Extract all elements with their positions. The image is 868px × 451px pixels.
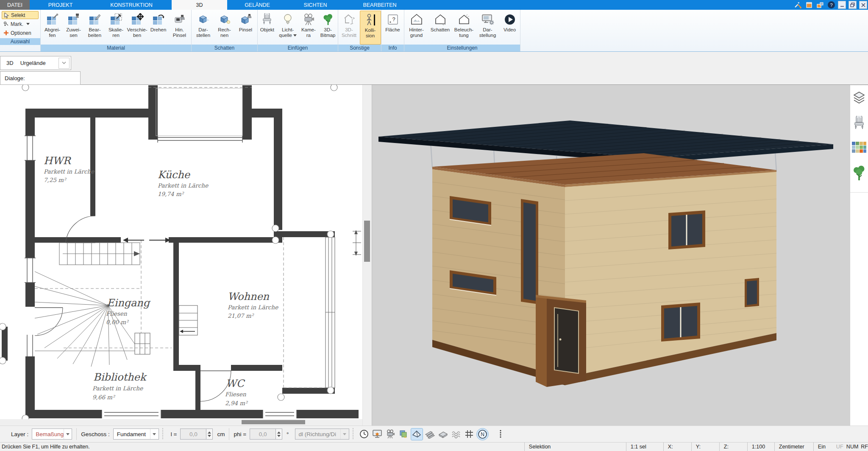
- hin-pinsel-button[interactable]: Hin.Pinsel: [169, 11, 190, 45]
- objekt-button[interactable]: Objekt: [258, 11, 277, 45]
- restore-button[interactable]: [849, 1, 857, 9]
- time-icon[interactable]: [359, 429, 370, 440]
- mark-button[interactable]: Mark.: [2, 20, 39, 28]
- chevron-down-icon[interactable]: [64, 429, 72, 439]
- help-icon[interactable]: ?: [827, 1, 835, 9]
- schatten-rechnen-button[interactable]: Rech-nen: [214, 11, 235, 45]
- tab-bearbeiten[interactable]: BEARBEITEN: [343, 0, 416, 10]
- ribbon-group-auswahl: Selekt Mark. Optionen Auswahl: [0, 10, 41, 51]
- materials-palette-icon[interactable]: [851, 141, 867, 156]
- phi-stepper[interactable]: [276, 429, 282, 440]
- grid-toggle[interactable]: [464, 429, 475, 440]
- tab-3d[interactable]: 3D: [172, 0, 227, 10]
- lichtquelle-button[interactable]: Licht-quelle: [277, 11, 299, 45]
- group-band-auswahl: Auswahl: [0, 38, 40, 45]
- bitmap3d-button[interactable]: 3D-Bitmap: [318, 11, 338, 45]
- kamera-button[interactable]: Kame-ra: [299, 11, 318, 45]
- chevron-down-icon[interactable]: [340, 429, 349, 439]
- status-z: Z:: [719, 443, 747, 451]
- schatten-darstellen-button[interactable]: Dar-stellen: [193, 11, 214, 45]
- schatten-einstellung-button[interactable]: Schatten: [428, 11, 452, 45]
- camera-path-icon[interactable]: [385, 429, 396, 440]
- tab-konstruktion[interactable]: KONSTRUKTION: [91, 0, 172, 10]
- insulation-display-toggle[interactable]: [451, 429, 462, 440]
- schnitt3d-button[interactable]: 3D-Schnitt: [339, 11, 360, 45]
- status-selection-scale: 1:1 sel: [626, 443, 663, 451]
- hintergrund-button[interactable]: Hinter-grund: [405, 11, 428, 45]
- tools-icon[interactable]: [794, 1, 802, 9]
- room-area: 2,94 m²: [225, 400, 248, 406]
- view-bar: 3D Urgelände: [0, 52, 868, 70]
- optionen-label: Optionen: [11, 30, 31, 36]
- svg-text:N: N: [481, 431, 484, 437]
- phi-label: phi =: [234, 431, 246, 437]
- plants-tree-icon[interactable]: [853, 165, 865, 183]
- tab-gelaende[interactable]: GELÄNDE: [227, 0, 287, 10]
- chevron-down-icon[interactable]: [150, 429, 159, 439]
- floorplan-horizontal-scrollbar[interactable]: [0, 419, 362, 426]
- selekt-button[interactable]: Selekt: [2, 11, 39, 19]
- vscroll-thumb[interactable]: [364, 221, 370, 262]
- room-material: Parkett in Lärche: [228, 304, 278, 311]
- render-monitor-icon[interactable]: [372, 429, 383, 440]
- room-area: 7,25 m²: [44, 176, 67, 183]
- north-compass-toggle[interactable]: N: [477, 429, 488, 440]
- toolbar-drag-handle[interactable]: [495, 429, 506, 440]
- group-band-info: Info: [381, 45, 404, 51]
- length-input[interactable]: 0,0: [180, 429, 206, 440]
- floorplan-2d-view[interactable]: HWR Parkett in Lärche 7,25 m² Küche Park…: [0, 85, 362, 419]
- room-area: 0,00 m²: [106, 319, 129, 325]
- video-button[interactable]: Video: [500, 11, 520, 45]
- kollision-button[interactable]: Kolli-sion: [360, 11, 381, 45]
- flaeche-button[interactable]: ? Fläche: [382, 11, 403, 45]
- status-x: X:: [663, 443, 691, 451]
- package-icon[interactable]: [805, 1, 813, 9]
- room-material: Parkett in Lärche: [44, 168, 95, 175]
- phi-input[interactable]: 0,0: [250, 429, 276, 440]
- shadow-display-icon: [197, 12, 210, 27]
- render-3d-view[interactable]: [372, 85, 850, 426]
- tab-datei[interactable]: DATEI: [0, 0, 30, 10]
- schatten-pinsel-button[interactable]: Pinsel: [235, 11, 256, 45]
- view-dropdown-button[interactable]: [58, 58, 70, 69]
- verschieben-button[interactable]: Verschie-ben: [127, 11, 148, 45]
- geschoss-combo[interactable]: Fundament: [113, 429, 159, 440]
- slab-display-toggle[interactable]: [437, 429, 449, 440]
- beams-display-toggle[interactable]: [424, 429, 436, 440]
- package-export-icon[interactable]: [816, 1, 824, 9]
- zuweisen-button[interactable]: Zuwei-sen: [63, 11, 84, 45]
- layers-icon[interactable]: [852, 90, 866, 106]
- view-selector[interactable]: 3D Urgelände: [0, 56, 71, 70]
- layer-stack-icon[interactable]: [398, 429, 409, 440]
- darstellung-button[interactable]: Dar-stellung: [476, 11, 500, 45]
- room-area: 21,07 m²: [228, 312, 254, 319]
- length-label: l =: [171, 431, 177, 437]
- optionen-button[interactable]: Optionen: [2, 29, 39, 37]
- tab-projekt[interactable]: PROJEKT: [30, 0, 91, 10]
- assign-material-icon: [67, 12, 80, 27]
- lasso-icon: [3, 21, 9, 27]
- dialoge-label: Dialoge:: [0, 71, 81, 85]
- roof-display-toggle[interactable]: [411, 429, 423, 440]
- direction-combo[interactable]: dl (Richtung/Di: [295, 429, 349, 440]
- length-stepper[interactable]: [206, 429, 213, 440]
- room-area: 9,66 m²: [92, 394, 115, 401]
- status-uf: UF: [832, 443, 845, 451]
- layer-combo[interactable]: Bemaßung: [32, 429, 72, 440]
- bearbeiten-button[interactable]: Bear-beiten: [84, 11, 106, 45]
- objects-chair-icon[interactable]: [852, 116, 866, 132]
- brush-stamp-icon: [173, 12, 186, 27]
- close-button[interactable]: [859, 1, 867, 9]
- section-3d-icon: [343, 12, 356, 27]
- move-material-icon: [131, 12, 144, 27]
- floorplan-vertical-scrollbar[interactable]: [362, 85, 372, 426]
- view-mode-label: 3D: [6, 60, 14, 66]
- beleuchtung-button[interactable]: Beleuch-tung: [452, 11, 476, 45]
- abgreifen-button[interactable]: Abgrei-fen: [42, 11, 63, 45]
- drehen-button[interactable]: Drehen: [148, 11, 169, 45]
- skalieren-button[interactable]: Skalie-ren: [106, 11, 127, 45]
- layer-label: Layer :: [11, 431, 28, 437]
- tab-sichten[interactable]: SICHTEN: [287, 0, 343, 10]
- minimize-button[interactable]: [838, 1, 846, 9]
- hscroll-thumb[interactable]: [242, 420, 305, 424]
